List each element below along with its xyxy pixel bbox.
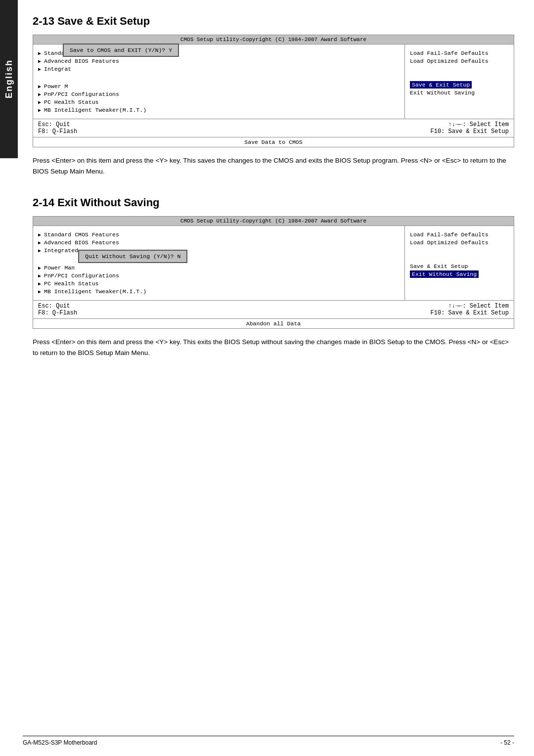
bios-esc-quit-2: Esc: Quit: [38, 303, 273, 310]
bios-item-label: PC Health Status: [44, 99, 98, 105]
arrow-icon-b4: ▶: [38, 265, 41, 271]
bios-right-panel-2: Load Fail-Safe Defaults Load Optimized D…: [405, 226, 514, 300]
bios-item-label: PnP/PCI Configurations: [44, 272, 119, 279]
arrow-icon-b7: ▶: [38, 289, 41, 295]
arrow-icon-b5: ▶: [38, 273, 41, 279]
arrow-icon-4: ▶: [38, 84, 41, 89]
bios-right-blank3: [410, 247, 509, 254]
bios-item-integrated-1: ▶ Integrat Save to CMOS and EXIT (Y/N)? …: [38, 66, 400, 72]
bios-item-label: Integrat: [44, 66, 71, 72]
bios-item-label: PnP/PCI Configurations: [44, 91, 119, 97]
sidebar-label: English: [4, 59, 14, 98]
section-exit-nosave-heading: 2-14 Exit Without Saving: [33, 196, 514, 209]
bios-item-label: MB Intelligent Tweaker(M.I.T.): [44, 288, 146, 295]
bios-right-fail-safe-2: Load Fail-Safe Defaults: [410, 231, 509, 238]
bios-esc-quit-1: Esc: Quit: [38, 121, 273, 128]
bios-item-pnp-1: ▶ PnP/PCI Configurations: [38, 91, 400, 97]
bios-f8-2: F8: Q-Flash: [38, 310, 273, 316]
arrow-icon-6: ▶: [38, 99, 41, 105]
bios-highlighted-save-exit-1: Save & Exit Setup: [410, 81, 472, 89]
bios-item-standard-cmos-2: ▶ Standard CMOS Features: [38, 231, 400, 238]
bios-item-power-1: ▶ Power M: [38, 83, 400, 89]
bios-dialog-1: Save to CMOS and EXIT (Y/N)? Y: [63, 44, 179, 57]
bios-highlighted-exit-nosave-2: Exit Without Saving: [410, 270, 479, 278]
bios-right-blank2: [410, 74, 509, 80]
bios-item-label: Advanced BIOS Features: [44, 239, 119, 246]
section-save-exit-description: Press <Enter> on this item and press the…: [33, 155, 514, 177]
arrow-icon-1: ▶: [38, 50, 41, 56]
arrow-icon-3: ▶: [38, 66, 41, 72]
bios-screenshot-1: CMOS Setup Utility-Copyright (C) 1984-20…: [33, 35, 514, 147]
page-footer: GA-M52S-S3P Motherboard - 52 -: [23, 736, 514, 746]
bios-right-fail-safe-1: Load Fail-Safe Defaults: [410, 50, 509, 56]
bios-status-2: Abandon all Data: [33, 319, 514, 328]
bios-right-blank4: [410, 255, 509, 262]
bios-title-2: CMOS Setup Utility-Copyright (C) 1984-20…: [33, 217, 514, 226]
bios-right-exit-nosave-1: Exit Without Saving: [410, 89, 509, 96]
bios-footer-left-1: Esc: Quit F8: Q-Flash: [38, 121, 273, 135]
bios-right-optimized-2: Load Optimized Defaults: [410, 239, 509, 246]
bios-f8-1: F8: Q-Flash: [38, 128, 273, 135]
bios-f10-2: F10: Save & Exit Setup: [273, 310, 509, 316]
arrow-icon-7: ▶: [38, 107, 41, 113]
bios-item-label: Standard CMOS Features: [44, 231, 119, 238]
bios-footer-left-2: Esc: Quit F8: Q-Flash: [38, 303, 273, 316]
bios-footer-1: Esc: Quit F8: Q-Flash ↑↓→←: Select Item …: [33, 119, 514, 137]
bios-item-mit-2: ▶ MB Intelligent Tweaker(M.I.T.): [38, 288, 400, 295]
arrow-icon-b1: ▶: [38, 232, 41, 238]
section-save-exit-heading: 2-13 Save & Exit Setup: [33, 15, 514, 28]
bios-item-pc-health-2: ▶ PC Health Status: [38, 280, 400, 287]
bios-left-panel-1: ▶ Standard CMOS Features ▶ Advanced BIOS…: [33, 44, 405, 119]
arrow-icon-b6: ▶: [38, 281, 41, 287]
bios-item-label: PC Health Status: [44, 280, 98, 287]
arrow-icon-b2: ▶: [38, 240, 41, 246]
bios-item-label: Power Man: [44, 265, 75, 271]
section-exit-nosave-description: Press <Enter> on this item and press the…: [33, 337, 514, 358]
arrow-icon-b3: ▶: [38, 248, 41, 254]
bios-item-pnp-2: ▶ PnP/PCI Configurations: [38, 272, 400, 279]
bios-item-advanced-bios-2: ▶ Advanced BIOS Features: [38, 239, 400, 246]
bios-f10-1: F10: Save & Exit Setup: [273, 128, 509, 135]
bios-item-label: MB Intelligent Tweaker(M.I.T.): [44, 107, 146, 113]
arrow-icon-5: ▶: [38, 91, 41, 97]
bios-right-panel-1: Load Fail-Safe Defaults Load Optimized D…: [405, 44, 514, 119]
bios-item-power-2: ▶ Power Man: [38, 265, 400, 271]
bios-item-mit-1: ▶ MB Intelligent Tweaker(M.I.T.): [38, 107, 400, 113]
bios-select-item-2: ↑↓→←: Select Item: [273, 303, 509, 310]
footer-page-number: - 52 -: [500, 739, 514, 746]
bios-screenshot-2: CMOS Setup Utility-Copyright (C) 1984-20…: [33, 216, 514, 329]
bios-item-integrated-2: ▶ Integrated Quit Without Saving (Y/N)? …: [38, 247, 400, 254]
bios-footer-2: Esc: Quit F8: Q-Flash ↑↓→←: Select Item …: [33, 301, 514, 319]
bios-right-blank1: [410, 66, 509, 72]
bios-right-exit-nosave-2: Exit Without Saving: [410, 271, 509, 277]
bios-footer-right-2: ↑↓→←: Select Item F10: Save & Exit Setup: [273, 303, 509, 316]
bios-item-label: Integrated: [44, 247, 78, 254]
section-exit-without-saving: 2-14 Exit Without Saving CMOS Setup Util…: [33, 196, 514, 358]
bios-footer-right-1: ↑↓→←: Select Item F10: Save & Exit Setup: [273, 121, 509, 135]
bios-right-save-exit-2: Save & Exit Setup: [410, 263, 509, 269]
bios-item-label: Advanced BIOS Features: [44, 58, 119, 64]
sidebar: English: [0, 0, 18, 158]
arrow-icon-2: ▶: [38, 58, 41, 64]
bios-right-save-exit-1: Save & Exit Setup: [410, 82, 509, 88]
section-save-exit: 2-13 Save & Exit Setup CMOS Setup Utilit…: [33, 15, 514, 177]
bios-item-advanced-bios-1: ▶ Advanced BIOS Features: [38, 58, 400, 64]
bios-item-pc-health-1: ▶ PC Health Status: [38, 99, 400, 105]
bios-item-label: Power M: [44, 83, 68, 89]
bios-left-panel-2: ▶ Standard CMOS Features ▶ Advanced BIOS…: [33, 226, 405, 300]
bios-select-item-1: ↑↓→←: Select Item: [273, 121, 509, 128]
bios-dialog-2: Quit Without Saving (Y/N)? N: [78, 250, 187, 263]
footer-motherboard-name: GA-M52S-S3P Motherboard: [23, 739, 97, 746]
bios-right-optimized-1: Load Optimized Defaults: [410, 58, 509, 64]
bios-status-1: Save Data to CMOS: [33, 137, 514, 147]
